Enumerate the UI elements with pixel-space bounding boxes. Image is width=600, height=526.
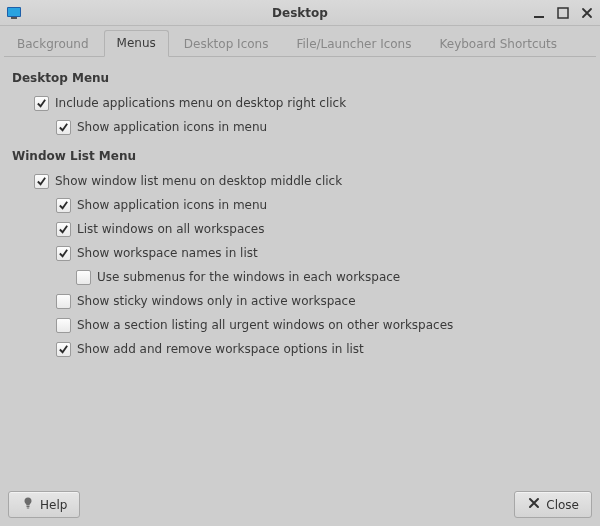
tabs-container: Background Menus Desktop Icons File/Laun… <box>0 26 600 57</box>
help-button-label: Help <box>40 498 67 512</box>
help-button[interactable]: Help <box>8 491 80 518</box>
close-button[interactable] <box>580 6 594 20</box>
tab-keyboard-shortcuts[interactable]: Keyboard Shortcuts <box>426 31 570 57</box>
svg-rect-4 <box>558 8 568 18</box>
svg-rect-1 <box>8 8 20 16</box>
label-show-add-remove-ws: Show add and remove workspace options in… <box>77 342 364 356</box>
window-title: Desktop <box>0 6 600 20</box>
checkbox-show-window-list[interactable] <box>34 174 49 189</box>
row-show-window-list: Show window list menu on desktop middle … <box>12 169 588 193</box>
checkbox-sticky-active-only[interactable] <box>56 294 71 309</box>
close-dialog-button[interactable]: Close <box>514 491 592 518</box>
label-urgent-other-ws: Show a section listing all urgent window… <box>77 318 453 332</box>
checkbox-urgent-other-ws[interactable] <box>56 318 71 333</box>
svg-rect-3 <box>534 16 544 18</box>
row-list-all-workspaces: List windows on all workspaces <box>12 217 588 241</box>
row-urgent-other-ws: Show a section listing all urgent window… <box>12 313 588 337</box>
svg-rect-2 <box>11 17 17 19</box>
svg-rect-6 <box>27 508 29 509</box>
checkbox-show-ws-names[interactable] <box>56 246 71 261</box>
desktop-settings-window: Desktop Background Menus Desktop Icons F… <box>0 0 600 526</box>
label-use-submenus: Use submenus for the windows in each wor… <box>97 270 400 284</box>
app-icon <box>6 5 22 21</box>
tab-file-launcher-icons[interactable]: File/Launcher Icons <box>283 31 424 57</box>
label-sticky-active-only: Show sticky windows only in active works… <box>77 294 356 308</box>
label-list-all-workspaces: List windows on all workspaces <box>77 222 264 236</box>
checkbox-show-add-remove-ws[interactable] <box>56 342 71 357</box>
label-wl-show-app-icons: Show application icons in menu <box>77 198 267 212</box>
close-icon <box>527 496 541 513</box>
row-sticky-active-only: Show sticky windows only in active works… <box>12 289 588 313</box>
row-dm-show-app-icons: Show application icons in menu <box>12 115 588 139</box>
close-button-label: Close <box>546 498 579 512</box>
titlebar: Desktop <box>0 0 600 26</box>
checkbox-use-submenus[interactable] <box>76 270 91 285</box>
tab-background[interactable]: Background <box>4 31 102 57</box>
label-dm-show-app-icons: Show application icons in menu <box>77 120 267 134</box>
window-list-menu-heading: Window List Menu <box>12 149 588 163</box>
minimize-button[interactable] <box>532 6 546 20</box>
checkbox-wl-show-app-icons[interactable] <box>56 198 71 213</box>
row-show-add-remove-ws: Show add and remove workspace options in… <box>12 337 588 361</box>
checkbox-include-apps-menu[interactable] <box>34 96 49 111</box>
maximize-button[interactable] <box>556 6 570 20</box>
label-show-window-list: Show window list menu on desktop middle … <box>55 174 342 188</box>
row-include-apps-menu: Include applications menu on desktop rig… <box>12 91 588 115</box>
label-show-ws-names: Show workspace names in list <box>77 246 258 260</box>
checkbox-dm-show-app-icons[interactable] <box>56 120 71 135</box>
desktop-menu-heading: Desktop Menu <box>12 71 588 85</box>
content: Desktop Menu Include applications menu o… <box>0 57 600 485</box>
bottom-bar: Help Close <box>0 485 600 526</box>
row-wl-show-app-icons: Show application icons in menu <box>12 193 588 217</box>
checkbox-list-all-workspaces[interactable] <box>56 222 71 237</box>
lightbulb-icon <box>21 496 35 513</box>
tab-menus[interactable]: Menus <box>104 30 169 57</box>
row-use-submenus: Use submenus for the windows in each wor… <box>12 265 588 289</box>
window-controls <box>532 6 594 20</box>
tab-desktop-icons[interactable]: Desktop Icons <box>171 31 282 57</box>
svg-rect-5 <box>27 506 30 507</box>
row-show-ws-names: Show workspace names in list <box>12 241 588 265</box>
tabs: Background Menus Desktop Icons File/Laun… <box>4 30 596 57</box>
label-include-apps-menu: Include applications menu on desktop rig… <box>55 96 346 110</box>
